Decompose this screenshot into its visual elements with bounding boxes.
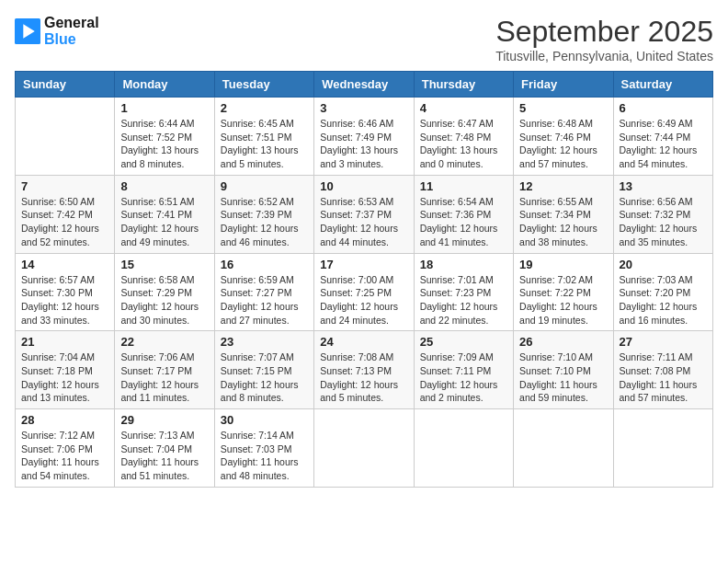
day-number: 12 [519,179,607,193]
page-header: General Blue September 2025 Titusville, … [15,15,713,63]
day-cell: 10Sunrise: 6:53 AMSunset: 7:37 PMDayligh… [314,175,414,253]
day-cell: 5Sunrise: 6:48 AMSunset: 7:46 PMDaylight… [514,98,613,176]
day-info: Sunrise: 7:10 AMSunset: 7:10 PMDaylight:… [519,350,607,405]
day-cell: 15Sunrise: 6:58 AMSunset: 7:29 PMDayligh… [115,253,214,331]
day-info: Sunrise: 6:53 AMSunset: 7:37 PMDaylight:… [320,195,407,249]
day-info: Sunrise: 6:56 AMSunset: 7:32 PMDaylight:… [620,195,707,249]
day-cell: 7Sunrise: 6:50 AMSunset: 7:42 PMDaylight… [16,175,115,253]
day-info: Sunrise: 7:11 AMSunset: 7:08 PMDaylight:… [620,350,707,405]
day-cell: 24Sunrise: 7:08 AMSunset: 7:13 PMDayligh… [314,331,414,409]
day-cell [314,409,414,488]
day-info: Sunrise: 6:49 AMSunset: 7:44 PMDaylight:… [620,117,707,171]
day-cell: 22Sunrise: 7:06 AMSunset: 7:17 PMDayligh… [115,331,214,409]
day-info: Sunrise: 6:58 AMSunset: 7:29 PMDaylight:… [120,273,208,327]
column-header-monday: Monday [115,72,214,98]
day-info: Sunrise: 6:54 AMSunset: 7:36 PMDaylight:… [420,195,507,249]
column-header-friday: Friday [514,72,613,98]
day-cell: 26Sunrise: 7:10 AMSunset: 7:10 PMDayligh… [514,331,613,409]
day-number: 10 [320,179,407,193]
day-number: 19 [519,258,607,271]
day-number: 24 [320,335,407,349]
day-info: Sunrise: 7:06 AMSunset: 7:17 PMDaylight:… [120,350,208,405]
day-info: Sunrise: 7:01 AMSunset: 7:23 PMDaylight:… [420,273,507,327]
column-header-saturday: Saturday [613,72,712,98]
day-info: Sunrise: 7:03 AMSunset: 7:20 PMDaylight:… [620,273,707,327]
column-header-tuesday: Tuesday [214,72,313,98]
day-cell: 2Sunrise: 6:45 AMSunset: 7:51 PMDaylight… [214,98,313,176]
day-number: 7 [21,179,108,193]
day-info: Sunrise: 6:52 AMSunset: 7:39 PMDaylight:… [221,195,308,249]
day-info: Sunrise: 6:46 AMSunset: 7:49 PMDaylight:… [320,117,407,171]
day-number: 8 [120,179,208,193]
day-info: Sunrise: 6:45 AMSunset: 7:51 PMDaylight:… [221,117,308,171]
week-row-2: 7Sunrise: 6:50 AMSunset: 7:42 PMDaylight… [16,175,713,253]
day-number: 18 [420,258,507,271]
day-cell: 14Sunrise: 6:57 AMSunset: 7:30 PMDayligh… [16,253,115,331]
day-info: Sunrise: 6:44 AMSunset: 7:52 PMDaylight:… [120,117,208,171]
calendar-table: SundayMondayTuesdayWednesdayThursdayFrid… [15,71,713,488]
week-row-3: 14Sunrise: 6:57 AMSunset: 7:30 PMDayligh… [16,253,713,331]
day-info: Sunrise: 6:51 AMSunset: 7:41 PMDaylight:… [120,195,208,249]
week-row-4: 21Sunrise: 7:04 AMSunset: 7:18 PMDayligh… [16,331,713,409]
day-cell: 8Sunrise: 6:51 AMSunset: 7:41 PMDaylight… [115,175,214,253]
day-number: 6 [620,101,707,115]
day-number: 20 [620,258,707,271]
day-number: 26 [519,335,607,349]
day-cell: 18Sunrise: 7:01 AMSunset: 7:23 PMDayligh… [414,253,513,331]
day-number: 30 [221,413,308,427]
day-cell [414,409,513,488]
day-cell: 29Sunrise: 7:13 AMSunset: 7:04 PMDayligh… [115,409,214,488]
logo-icon [15,18,40,44]
day-info: Sunrise: 6:48 AMSunset: 7:46 PMDaylight:… [519,117,607,171]
day-number: 4 [420,101,507,115]
week-row-5: 28Sunrise: 7:12 AMSunset: 7:06 PMDayligh… [16,409,713,488]
day-cell: 16Sunrise: 6:59 AMSunset: 7:27 PMDayligh… [214,253,313,331]
day-number: 11 [420,179,507,193]
calendar-header-row: SundayMondayTuesdayWednesdayThursdayFrid… [16,72,713,98]
column-header-wednesday: Wednesday [314,72,414,98]
day-info: Sunrise: 6:57 AMSunset: 7:30 PMDaylight:… [21,273,108,327]
day-number: 16 [221,258,308,271]
column-header-thursday: Thursday [414,72,513,98]
day-cell: 23Sunrise: 7:07 AMSunset: 7:15 PMDayligh… [214,331,313,409]
day-cell: 30Sunrise: 7:14 AMSunset: 7:03 PMDayligh… [214,409,313,488]
day-cell [514,409,613,488]
day-cell [16,98,115,176]
day-info: Sunrise: 6:55 AMSunset: 7:34 PMDaylight:… [519,195,607,249]
day-number: 25 [420,335,507,349]
month-title: September 2025 [495,15,713,49]
day-number: 27 [620,335,707,349]
day-number: 29 [120,413,208,427]
day-cell: 11Sunrise: 6:54 AMSunset: 7:36 PMDayligh… [414,175,513,253]
day-info: Sunrise: 7:14 AMSunset: 7:03 PMDaylight:… [221,429,308,483]
day-number: 2 [221,101,308,115]
week-row-1: 1Sunrise: 6:44 AMSunset: 7:52 PMDaylight… [16,98,713,176]
day-number: 28 [21,413,108,427]
day-number: 14 [21,258,108,271]
day-cell: 6Sunrise: 6:49 AMSunset: 7:44 PMDaylight… [613,98,712,176]
day-cell: 13Sunrise: 6:56 AMSunset: 7:32 PMDayligh… [613,175,712,253]
title-block: September 2025 Titusville, Pennsylvania,… [495,15,713,63]
day-cell: 3Sunrise: 6:46 AMSunset: 7:49 PMDaylight… [314,98,414,176]
day-number: 1 [120,101,208,115]
day-number: 13 [620,179,707,193]
day-number: 21 [21,335,108,349]
day-cell: 1Sunrise: 6:44 AMSunset: 7:52 PMDaylight… [115,98,214,176]
day-cell: 27Sunrise: 7:11 AMSunset: 7:08 PMDayligh… [613,331,712,409]
day-cell: 12Sunrise: 6:55 AMSunset: 7:34 PMDayligh… [514,175,613,253]
day-number: 9 [221,179,308,193]
day-number: 17 [320,258,407,271]
day-info: Sunrise: 7:12 AMSunset: 7:06 PMDaylight:… [21,429,108,483]
day-number: 15 [120,258,208,271]
column-header-sunday: Sunday [16,72,115,98]
day-info: Sunrise: 6:59 AMSunset: 7:27 PMDaylight:… [221,273,308,327]
day-info: Sunrise: 7:04 AMSunset: 7:18 PMDaylight:… [21,350,108,405]
day-info: Sunrise: 7:09 AMSunset: 7:11 PMDaylight:… [420,350,507,405]
logo-text: General Blue [44,15,99,48]
day-info: Sunrise: 7:08 AMSunset: 7:13 PMDaylight:… [320,350,407,405]
day-info: Sunrise: 6:50 AMSunset: 7:42 PMDaylight:… [21,195,108,249]
day-number: 23 [221,335,308,349]
day-number: 22 [120,335,208,349]
day-cell: 17Sunrise: 7:00 AMSunset: 7:25 PMDayligh… [314,253,414,331]
day-cell: 20Sunrise: 7:03 AMSunset: 7:20 PMDayligh… [613,253,712,331]
